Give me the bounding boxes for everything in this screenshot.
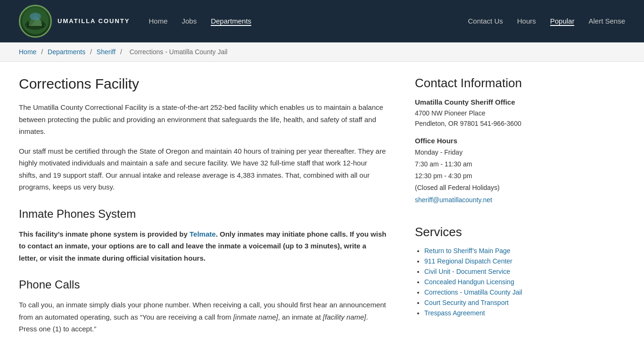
svg-rect-7 <box>42 24 44 27</box>
header: Umatilla County Home Jobs Departments Co… <box>0 0 644 42</box>
service-link-6[interactable]: Trespass Agreement <box>424 309 485 317</box>
service-link-3[interactable]: Concealed Handgun Licensing <box>424 278 514 286</box>
hours-line3: 12:30 pm - 4:30 pm <box>415 172 472 180</box>
list-item: 911 Regional Dispatch Center <box>424 257 547 265</box>
service-link-0[interactable]: Return to Sheriff’s Main Page <box>424 247 511 255</box>
services-section: Services Return to Sheriff’s Main Page 9… <box>415 225 547 317</box>
logo-icon <box>19 5 52 38</box>
section3-mid: , an inmate at <box>278 313 323 321</box>
section3-italic2: [facility name] <box>323 313 366 321</box>
svg-point-4 <box>30 13 41 20</box>
list-item: Return to Sheriff’s Main Page <box>424 247 547 255</box>
list-item: Court Security and Transport <box>424 299 547 306</box>
list-item: Corrections - Umatilla County Jail <box>424 288 547 296</box>
breadcrumb-sheriff[interactable]: Sheriff <box>97 48 116 56</box>
nav-jobs[interactable]: Jobs <box>182 17 197 26</box>
nav-left: Home Jobs Departments <box>149 17 251 26</box>
office-hours-title: Office Hours <box>415 137 547 145</box>
list-item: Concealed Handgun Licensing <box>424 278 547 286</box>
section2-title: Inmate Phones System <box>19 207 387 221</box>
section1-p2: Our staff must be certified through the … <box>19 145 387 193</box>
contact-org: Umatilla County Sheriff Office <box>415 98 547 106</box>
services-list: Return to Sheriff’s Main Page 911 Region… <box>415 247 547 317</box>
contact-title: Contact Information <box>415 76 547 90</box>
services-title: Services <box>415 225 547 239</box>
telmate-link[interactable]: Telmate <box>190 230 216 238</box>
list-item: Civil Unit - Document Service <box>424 268 547 275</box>
service-link-1[interactable]: 911 Regional Dispatch Center <box>424 257 512 265</box>
hours-line1: Monday - Friday <box>415 148 462 156</box>
nav-popular[interactable]: Popular <box>550 17 575 26</box>
section2-bold-para: This facility’s inmate phone system is p… <box>19 228 387 264</box>
breadcrumb: Home / Departments / Sheriff / Correctio… <box>0 42 644 62</box>
address-line2: Pendleton, OR 97801 541-966-3600 <box>415 120 521 127</box>
section1-title: Corrections Facility <box>19 76 387 92</box>
service-link-2[interactable]: Civil Unit - Document Service <box>424 268 510 275</box>
section2-bold-prefix: This facility’s inmate phone system is p… <box>19 230 190 238</box>
office-hours-text: Monday - Friday 7:30 am - 11:30 am 12:30… <box>415 147 547 206</box>
service-link-5[interactable]: Court Security and Transport <box>424 299 509 306</box>
hours-line4: (Closed all Federal Holidays) <box>415 184 500 191</box>
logo-area: Umatilla County <box>19 5 130 38</box>
nav-alert-sense[interactable]: Alert Sense <box>588 17 625 26</box>
contact-address: 4700 NW Pioneer Place Pendleton, OR 9780… <box>415 108 547 129</box>
content-area: Corrections Facility The Umatilla County… <box>19 76 387 343</box>
address-line1: 4700 NW Pioneer Place <box>415 109 485 117</box>
logo-text: Umatilla County <box>58 17 130 25</box>
email-link[interactable]: sheriff@umatillacounty.net <box>415 196 492 204</box>
svg-rect-5 <box>27 24 29 27</box>
section3-italic1: [inmate name] <box>233 313 278 321</box>
section1-p1: The Umatilla County Correctional Facilit… <box>19 101 387 138</box>
contact-section: Contact Information Umatilla County Sher… <box>415 76 547 206</box>
breadcrumb-departments[interactable]: Departments <box>48 48 85 56</box>
sidebar: Contact Information Umatilla County Sher… <box>415 76 547 343</box>
nav-hours[interactable]: Hours <box>517 17 536 26</box>
section3-title: Phone Calls <box>19 278 387 291</box>
breadcrumb-home[interactable]: Home <box>19 48 36 56</box>
list-item: Trespass Agreement <box>424 309 547 317</box>
nav-contact-us[interactable]: Contact Us <box>468 17 503 26</box>
breadcrumb-current: Corrections - Umatilla County Jail <box>130 48 228 56</box>
nav-departments[interactable]: Departments <box>211 17 251 26</box>
nav-home[interactable]: Home <box>149 17 167 26</box>
hours-line2: 7:30 am - 11:30 am <box>415 160 472 168</box>
service-link-4[interactable]: Corrections - Umatilla County Jail <box>424 288 522 296</box>
nav-right: Contact Us Hours Popular Alert Sense <box>468 17 625 26</box>
main-container: Corrections Facility The Umatilla County… <box>0 62 644 357</box>
section3-p1: To call you, an inmate simply dials your… <box>19 299 387 335</box>
